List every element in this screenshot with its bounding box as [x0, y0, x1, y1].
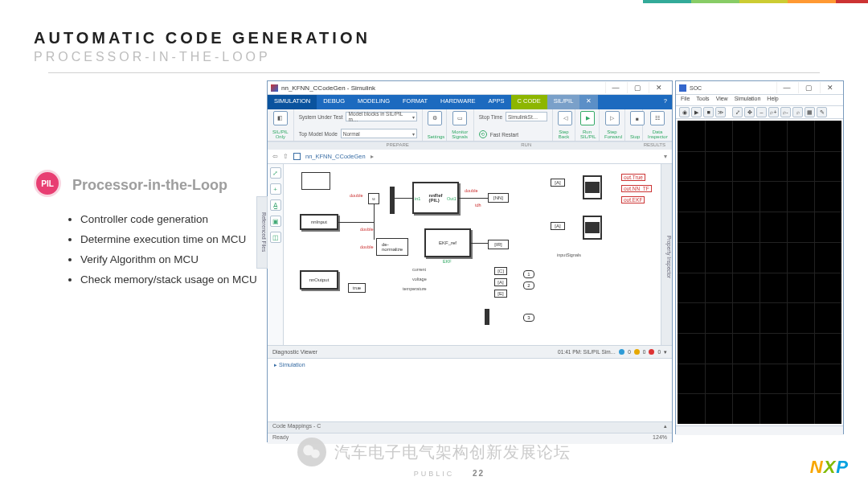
diag-sim-node[interactable]: ▸ Simulation — [274, 362, 305, 368]
block-ekf[interactable]: EKF_ref — [424, 228, 471, 257]
block-mux[interactable] — [390, 187, 395, 214]
code-mappings-bar[interactable]: Code Mappings - C▴ — [268, 421, 672, 433]
stoptime-input[interactable]: SimulinkSt… — [506, 112, 547, 121]
scope-canvas[interactable] — [678, 121, 841, 424]
scope-2[interactable] — [583, 216, 602, 240]
monitor-icon[interactable]: ▭ — [452, 111, 467, 125]
block-nnoutput[interactable]: nnOutput — [300, 270, 338, 290]
titlebar[interactable]: nn_KFNN_CCodeGen - Simulink — ▢ ✕ — [268, 81, 672, 95]
block-const[interactable] — [301, 172, 330, 190]
from-c[interactable]: [C] — [494, 267, 507, 275]
from-e[interactable]: [E] — [494, 290, 507, 298]
tool-autoscale-icon[interactable]: ⤢ — [732, 107, 743, 117]
out-nn[interactable]: out.NN_TF — [621, 185, 652, 192]
step-back-icon[interactable]: ◁ — [558, 111, 572, 125]
block-denorm[interactable]: de- normalize — [376, 238, 408, 256]
annotate-icon[interactable]: A̲ — [270, 199, 281, 211]
referenced-files-tab[interactable]: Referenced Files — [256, 196, 268, 269]
zoom-in-icon[interactable]: + — [270, 183, 281, 195]
scope-titlebar[interactable]: SOC — ▢ ✕ — [676, 81, 843, 95]
tool-zoom-icon[interactable]: ⌕ — [792, 107, 803, 117]
tool-stop-icon[interactable]: ■ — [703, 107, 714, 117]
goto-nn[interactable]: [NN] — [488, 193, 509, 203]
tab-debug[interactable]: DEBUG — [317, 95, 351, 109]
stoptime-label: Stop Time — [479, 114, 502, 120]
tool-zoomin-icon[interactable]: ⌕+ — [768, 107, 779, 117]
close-button[interactable]: ✕ — [820, 82, 840, 93]
close-button[interactable]: ✕ — [649, 82, 669, 93]
maximize-button[interactable]: ▢ — [627, 82, 647, 93]
slide-subtitle: PROCESSOR-IN-THE-LOOP — [34, 50, 271, 64]
tab-hardware[interactable]: HARDWARE — [434, 95, 481, 109]
menu-tools[interactable]: Tools — [696, 96, 709, 105]
tab-ccode[interactable]: C CODE — [511, 95, 547, 109]
image-icon[interactable]: ▣ — [270, 216, 281, 227]
block-nninput[interactable]: nnInput — [300, 214, 338, 230]
sut-label: System Under Test — [299, 114, 343, 120]
property-inspector-tab[interactable]: Property Inspector — [661, 164, 672, 345]
from-a[interactable]: [A] — [494, 278, 507, 286]
accent-stripe — [643, 0, 868, 3]
sut-dropdown[interactable]: Model blocks in SIL/PIL m…▾ — [346, 112, 416, 121]
tab-apps[interactable]: APPS — [482, 95, 511, 109]
tool-record-icon[interactable]: ◉ — [679, 107, 690, 117]
tool-measure-icon[interactable]: ✎ — [817, 107, 827, 117]
silpil-mode-icon[interactable]: ◧ — [273, 111, 288, 125]
scope-window: SOC — ▢ ✕ File Tools View Simulation Hel… — [675, 80, 844, 434]
menu-help[interactable]: Help — [767, 96, 778, 105]
maximize-button[interactable]: ▢ — [798, 82, 818, 93]
goto-ir[interactable]: [IR] — [488, 240, 509, 249]
tool-pan-icon[interactable]: ✥ — [744, 107, 755, 117]
scope-1[interactable] — [583, 175, 602, 199]
minimize-button[interactable]: — — [605, 82, 625, 93]
info-icon — [619, 349, 624, 355]
fast-restart-icon[interactable]: ⟲ — [479, 130, 487, 138]
tab-simulation[interactable]: SIMULATION — [268, 95, 317, 109]
from-a2[interactable]: [A] — [551, 179, 565, 187]
diag-collapse-icon[interactable]: ▾ — [664, 349, 667, 355]
out-ekf[interactable]: out.EKF — [621, 196, 645, 203]
menu-simulation[interactable]: Simulation — [735, 96, 761, 105]
tab-close[interactable]: ✕ — [579, 95, 598, 109]
tab-format[interactable]: FORMAT — [396, 95, 434, 109]
bc-root[interactable]: nn_KFNN_CCodeGen — [305, 153, 366, 160]
tool-step-icon[interactable]: ≫ — [715, 107, 726, 117]
model-browser-icon[interactable] — [293, 153, 301, 160]
bc-up-icon[interactable]: ⇧ — [283, 153, 289, 160]
data-inspector-icon[interactable]: ☷ — [650, 111, 665, 125]
minimize-button[interactable]: — — [776, 82, 796, 93]
fast-restart-label[interactable]: Fast Restart — [490, 132, 518, 138]
hide-icon[interactable]: ◫ — [270, 232, 281, 243]
settings-icon[interactable]: ⚙ — [428, 111, 442, 125]
tab-modeling[interactable]: MODELING — [351, 95, 396, 109]
status-zoom[interactable]: 124% — [653, 434, 667, 443]
outport-2[interactable]: 2 — [523, 281, 534, 290]
scope-menubar: File Tools View Simulation Help — [676, 95, 843, 106]
port-out1: Out1 — [447, 196, 457, 201]
outport-3[interactable]: 3 — [523, 314, 534, 322]
block-mux2[interactable] — [485, 309, 489, 325]
tool-run-icon[interactable]: ▶ — [691, 107, 702, 117]
help-button[interactable]: ? — [659, 95, 672, 109]
menu-view[interactable]: View — [716, 96, 728, 105]
from-group-2[interactable]: [A] — [551, 222, 565, 230]
bc-back-icon[interactable]: ⇦ — [272, 153, 278, 160]
tab-silpil[interactable]: SIL/PIL — [547, 95, 580, 109]
bc-dropdown-icon[interactable]: ▾ — [664, 153, 667, 160]
outport-1[interactable]: 1 — [523, 270, 534, 278]
tool-layout-icon[interactable]: ▦ — [805, 107, 815, 117]
block-true[interactable]: true — [348, 283, 366, 293]
block-square[interactable]: u — [368, 193, 379, 204]
topmodel-dropdown[interactable]: Normal▾ — [341, 129, 417, 138]
tool-sep-icon[interactable]: – — [756, 107, 767, 117]
canvas-area: Referenced Files ⤢ + A̲ ▣ ◫ nnInput nnOu… — [268, 164, 672, 345]
bullet-item: Check memory/stack usage on MCU — [80, 273, 257, 286]
zoom-fit-icon[interactable]: ⤢ — [270, 167, 281, 179]
menu-file[interactable]: File — [681, 96, 690, 105]
run-icon[interactable]: ▶ — [580, 111, 595, 125]
tool-zoomout-icon[interactable]: ⌕- — [780, 107, 791, 117]
model-canvas[interactable]: nnInput nnOutput u nnRef (PIL) in1 Out1 … — [284, 164, 661, 345]
lbl-voltage: voltage — [412, 277, 427, 281]
step-fwd-icon[interactable]: ▷ — [605, 111, 620, 125]
out-true[interactable]: out.True — [621, 174, 645, 181]
